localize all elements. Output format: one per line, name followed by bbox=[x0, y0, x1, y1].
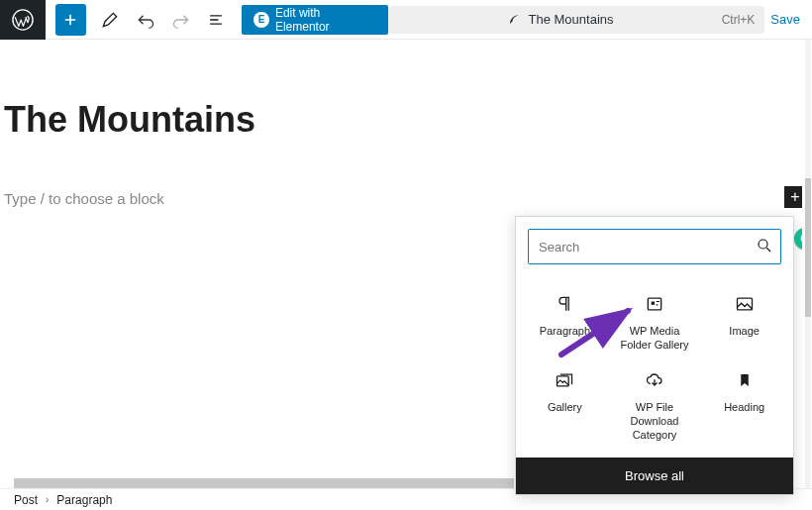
svg-rect-3 bbox=[652, 302, 655, 305]
elementor-label: Edit with Elementor bbox=[275, 6, 376, 34]
plus-icon: + bbox=[790, 188, 799, 206]
chevron-right-icon: › bbox=[46, 494, 49, 505]
editor-canvas: The Mountains Type / to choose a block G bbox=[0, 99, 812, 207]
block-wp-file-download-category[interactable]: WP File Download Category bbox=[610, 358, 700, 449]
shortcut-label: Ctrl+K bbox=[722, 13, 756, 27]
plus-icon bbox=[61, 11, 79, 29]
inserter-grid: Paragraph WP Media Folder Gallery Image … bbox=[516, 276, 793, 458]
edit-with-elementor-button[interactable]: E Edit with Elementor bbox=[242, 5, 388, 35]
block-paragraph[interactable]: Paragraph bbox=[520, 282, 610, 358]
block-label: WP File Download Category bbox=[614, 400, 696, 443]
breadcrumb-leaf[interactable]: Paragraph bbox=[56, 493, 112, 507]
wordpress-logo[interactable] bbox=[0, 0, 46, 40]
elementor-icon: E bbox=[254, 12, 269, 28]
undo-icon bbox=[136, 10, 155, 30]
block-image[interactable]: Image bbox=[699, 282, 789, 358]
block-label: Gallery bbox=[548, 400, 582, 428]
redo-icon bbox=[171, 10, 191, 30]
block-placeholder[interactable]: Type / to choose a block bbox=[4, 190, 812, 207]
undo-button[interactable] bbox=[128, 0, 163, 40]
block-label: WP Media Folder Gallery bbox=[614, 324, 696, 353]
redo-button[interactable] bbox=[163, 0, 199, 40]
search-icon bbox=[756, 237, 773, 255]
block-gallery[interactable]: Gallery bbox=[520, 358, 610, 449]
cloud-download-icon bbox=[645, 370, 664, 390]
block-heading[interactable]: Heading bbox=[699, 358, 789, 449]
info-outline-icon bbox=[206, 10, 226, 30]
gallery-icon bbox=[555, 370, 574, 390]
browse-all-button[interactable]: Browse all bbox=[516, 458, 793, 494]
search-input[interactable] bbox=[528, 229, 781, 264]
svg-rect-4 bbox=[737, 298, 752, 310]
top-bar: E Edit with Elementor The Mountains Ctrl… bbox=[0, 0, 812, 40]
breadcrumb-root[interactable]: Post bbox=[14, 493, 38, 507]
page-title-label: The Mountains bbox=[529, 12, 614, 27]
inserter-search bbox=[528, 229, 781, 264]
block-label: Heading bbox=[724, 400, 764, 428]
save-button[interactable]: Save bbox=[770, 12, 800, 27]
tools-button[interactable] bbox=[92, 0, 128, 40]
block-label: Paragraph bbox=[540, 324, 590, 352]
svg-point-1 bbox=[759, 240, 767, 249]
image-icon bbox=[735, 294, 755, 314]
post-title[interactable]: The Mountains bbox=[4, 99, 812, 141]
vertical-scrollbar[interactable] bbox=[802, 40, 812, 488]
pilcrow-icon bbox=[555, 294, 574, 314]
wordpress-icon bbox=[12, 9, 34, 31]
pen-icon bbox=[100, 10, 120, 30]
bookmark-icon bbox=[736, 371, 754, 389]
details-button[interactable] bbox=[198, 0, 234, 40]
block-inserter-panel: Paragraph WP Media Folder Gallery Image … bbox=[515, 216, 794, 495]
add-block-button[interactable] bbox=[55, 4, 87, 36]
media-folder-icon bbox=[645, 294, 664, 314]
command-palette-button[interactable]: The Mountains Ctrl+K bbox=[388, 6, 764, 34]
feather-icon bbox=[507, 13, 521, 27]
block-label: Image bbox=[729, 324, 760, 352]
block-wp-media-folder-gallery[interactable]: WP Media Folder Gallery bbox=[610, 282, 700, 358]
